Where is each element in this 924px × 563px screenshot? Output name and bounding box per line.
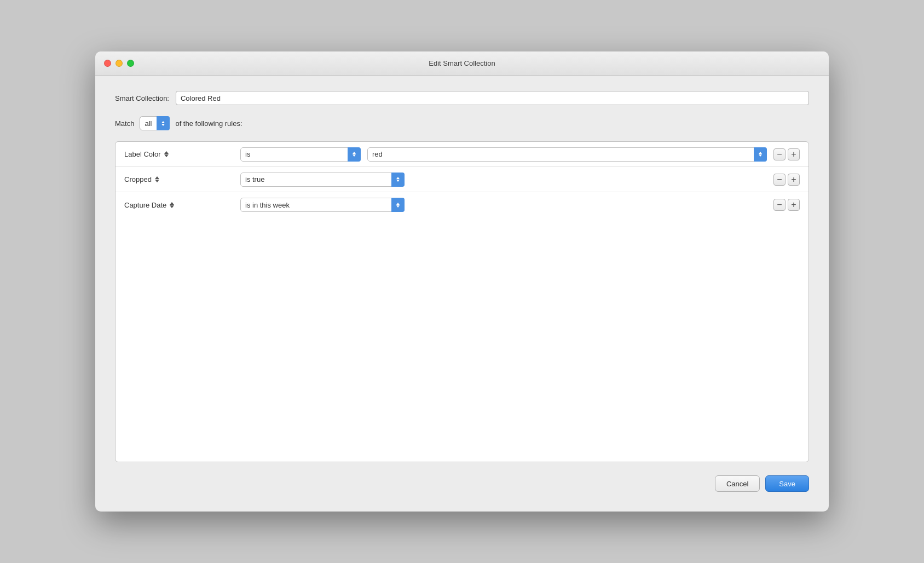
traffic-lights xyxy=(104,60,134,67)
rule-add-btn-1[interactable]: + xyxy=(788,148,800,160)
titlebar: Edit Smart Collection xyxy=(95,51,829,76)
rules-container: Label Color is is not xyxy=(115,141,809,462)
smart-collection-row: Smart Collection: xyxy=(115,91,809,105)
edit-smart-collection-window: Edit Smart Collection Smart Collection: … xyxy=(95,51,829,512)
rule-field-label-color-text: Label Color xyxy=(124,150,161,158)
rule-field-capture-date: Capture Date xyxy=(124,201,234,209)
match-suffix: of the following rules: xyxy=(175,119,242,128)
rule-add-btn-2[interactable]: + xyxy=(788,174,800,186)
rule-field-cropped-text: Cropped xyxy=(124,175,152,183)
rule-actions-1: − + xyxy=(773,148,800,160)
rule-operator-select-1[interactable]: is is not xyxy=(240,147,361,162)
rule-actions-3: − + xyxy=(773,199,800,211)
rule-add-btn-3[interactable]: + xyxy=(788,199,800,211)
rule-row-cropped: Cropped is true is false xyxy=(116,167,809,192)
close-button[interactable] xyxy=(104,60,111,67)
save-button[interactable]: Save xyxy=(765,475,809,492)
rule-operator-wrapper-2: is true is false xyxy=(240,173,405,187)
window-content: Smart Collection: Match all any of the f… xyxy=(95,76,829,512)
rule-operator-wrapper-1: is is not xyxy=(240,147,361,162)
rule-field-label-color: Label Color xyxy=(124,150,234,158)
match-select-wrapper: all any xyxy=(140,116,170,130)
rule-operator-wrapper-3: is in this week is today is in this mont… xyxy=(240,198,405,212)
rule-value-wrapper-1: red blue green yellow orange purple xyxy=(367,147,767,162)
rule-value-select-1[interactable]: red blue green yellow orange purple xyxy=(367,147,767,162)
rule-field-capture-date-text: Capture Date xyxy=(124,201,166,209)
cancel-button[interactable]: Cancel xyxy=(715,475,760,492)
rule-remove-btn-3[interactable]: − xyxy=(773,199,786,211)
rule-field-cropped: Cropped xyxy=(124,175,234,183)
rule-remove-btn-2[interactable]: − xyxy=(773,174,786,186)
capture-date-sort-icon[interactable] xyxy=(170,202,174,208)
maximize-button[interactable] xyxy=(127,60,134,67)
rule-remove-btn-1[interactable]: − xyxy=(773,148,786,160)
label-color-sort-icon[interactable] xyxy=(164,151,169,157)
window-title: Edit Smart Collection xyxy=(429,59,495,67)
cropped-sort-icon[interactable] xyxy=(155,176,159,182)
bottom-actions: Cancel Save xyxy=(115,473,809,496)
rule-actions-2: − + xyxy=(773,174,800,186)
rule-operator-select-2[interactable]: is true is false xyxy=(240,173,405,187)
match-select[interactable]: all any xyxy=(140,116,170,130)
match-prefix: Match xyxy=(115,119,134,128)
match-row: Match all any of the following rules: xyxy=(115,116,809,130)
smart-collection-label: Smart Collection: xyxy=(115,94,169,102)
rule-operator-select-3[interactable]: is in this week is today is in this mont… xyxy=(240,198,405,212)
minimize-button[interactable] xyxy=(116,60,123,67)
smart-collection-input[interactable] xyxy=(176,91,809,105)
rule-row-capture-date: Capture Date is in this week is today is… xyxy=(116,192,809,217)
rule-row-label-color: Label Color is is not xyxy=(116,142,809,167)
